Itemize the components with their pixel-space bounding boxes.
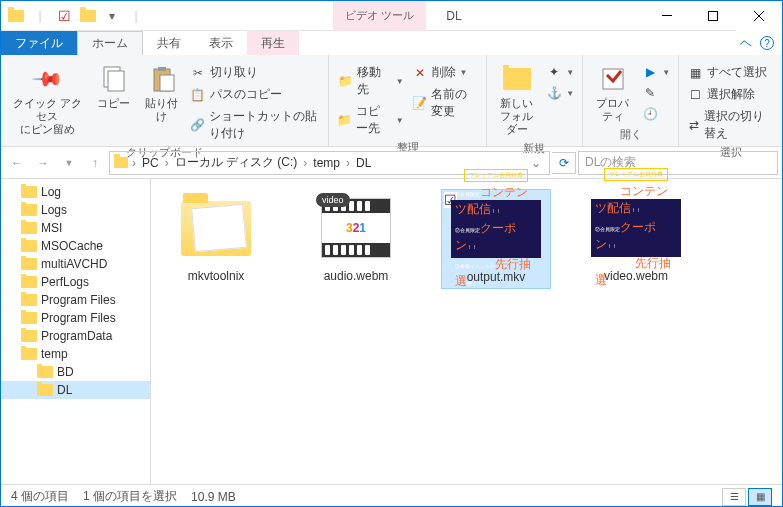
chevron-right-icon[interactable]: › xyxy=(163,156,171,170)
newitem-button[interactable]: ✦▼ xyxy=(544,63,576,81)
ribbon-group-clipboard: 📌 クイック アクセス にピン留め コピー 貼り付け ✂切り取り 📋パスのコピー… xyxy=(1,55,329,146)
help-icon[interactable]: ? xyxy=(760,36,774,50)
history-icon: 🕘 xyxy=(642,106,658,122)
tree-item[interactable]: temp xyxy=(1,345,150,363)
tree-item[interactable]: multiAVCHD xyxy=(1,255,150,273)
folder-icon xyxy=(21,348,37,360)
copypath-button[interactable]: 📋パスのコピー xyxy=(188,85,322,104)
breadcrumb-item[interactable]: ローカル ディスク (C:) xyxy=(173,154,300,171)
properties-button[interactable]: プロパティ xyxy=(589,61,636,125)
view-details-button[interactable]: ☰ xyxy=(722,488,746,506)
selectnone-icon: ☐ xyxy=(687,87,703,103)
copyto-icon: 📁 xyxy=(337,112,352,128)
folder-icon xyxy=(21,204,37,216)
file-item[interactable]: video321audio.webm xyxy=(301,189,411,287)
edit-button[interactable]: ✎ xyxy=(640,84,672,102)
qat-check-icon[interactable]: ☑ xyxy=(53,5,75,27)
tree-item[interactable]: BD xyxy=(1,363,150,381)
tab-play[interactable]: 再生 xyxy=(247,31,299,55)
folder-icon xyxy=(37,366,53,378)
file-list[interactable]: mkvtoolnixvideo321audio.webmプレミアム会員特典①会員… xyxy=(151,179,782,484)
window-title: DL xyxy=(446,9,461,23)
breadcrumb-item[interactable]: DL xyxy=(354,156,373,170)
moveto-button[interactable]: 📁移動先 ▼ xyxy=(335,63,405,99)
tree-item[interactable]: Log xyxy=(1,183,150,201)
rename-button[interactable]: 📝名前の変更 xyxy=(410,85,480,121)
nav-back-button[interactable]: ← xyxy=(5,151,29,175)
copyto-button[interactable]: 📁コピー先 ▼ xyxy=(335,102,405,138)
ribbon-group-new: 新しい フォルダー ✦▼ ⚓▼ 新規 xyxy=(487,55,583,146)
ribbon-collapse-icon[interactable]: ヘ xyxy=(740,35,752,52)
qat-folder2-icon[interactable] xyxy=(77,5,99,27)
scissors-icon: ✂ xyxy=(190,65,206,81)
tab-file[interactable]: ファイル xyxy=(1,31,77,55)
history-button[interactable]: 🕘 xyxy=(640,105,672,123)
titlebar: | ☑ ▾ | ビデオ ツール DL xyxy=(1,1,782,31)
tree-item[interactable]: ProgramData xyxy=(1,327,150,345)
ribbon: 📌 クイック アクセス にピン留め コピー 貼り付け ✂切り取り 📋パスのコピー… xyxy=(1,55,782,147)
folder-icon xyxy=(21,222,37,234)
minimize-button[interactable] xyxy=(644,1,690,31)
nav-forward-button[interactable]: → xyxy=(31,151,55,175)
file-item[interactable]: プレミアム会員特典①会員限定コンテンツ配信！！②会員限定クーポン！！③各種イベン… xyxy=(581,189,691,287)
tree-item[interactable]: MSI xyxy=(1,219,150,237)
invertselect-button[interactable]: ⇄選択の切り替え xyxy=(685,107,776,143)
tree-item[interactable]: DL xyxy=(1,381,150,399)
tab-view[interactable]: 表示 xyxy=(195,31,247,55)
selectnone-button[interactable]: ☐選択解除 xyxy=(685,85,776,104)
cut-button[interactable]: ✂切り取り xyxy=(188,63,322,82)
tab-home[interactable]: ホーム xyxy=(77,31,143,55)
svg-rect-0 xyxy=(662,15,672,16)
delete-button[interactable]: ✕削除 ▼ xyxy=(410,63,480,82)
newfolder-button[interactable]: 新しい フォルダー xyxy=(493,61,540,139)
chevron-down-icon: ▼ xyxy=(396,77,404,86)
tab-share[interactable]: 共有 xyxy=(143,31,195,55)
pin-quickaccess-button[interactable]: 📌 クイック アクセス にピン留め xyxy=(7,61,88,139)
chevron-right-icon[interactable]: › xyxy=(301,156,309,170)
easyaccess-icon: ⚓ xyxy=(546,85,562,101)
svg-rect-7 xyxy=(158,67,166,71)
breadcrumb-item[interactable]: temp xyxy=(311,156,342,170)
file-name: audio.webm xyxy=(324,269,389,283)
file-item[interactable]: mkvtoolnix xyxy=(161,189,271,287)
main-area: LogLogsMSIMSOCachemultiAVCHDPerfLogsProg… xyxy=(1,179,782,484)
paste-shortcut-button[interactable]: 🔗ショートカットの貼り付け xyxy=(188,107,322,143)
chevron-right-icon[interactable]: › xyxy=(344,156,352,170)
open-icon: ▶ xyxy=(642,64,658,80)
qat-folder-icon[interactable] xyxy=(5,5,27,27)
maximize-button[interactable] xyxy=(690,1,736,31)
paste-icon xyxy=(146,63,178,95)
view-icons-button[interactable]: ▦ xyxy=(748,488,772,506)
tree-item[interactable]: Program Files xyxy=(1,291,150,309)
qat-overflow-icon[interactable]: ▾ xyxy=(101,5,123,27)
qat-divider: | xyxy=(29,5,51,27)
nav-tree[interactable]: LogLogsMSIMSOCachemultiAVCHDPerfLogsProg… xyxy=(1,179,151,484)
contextual-tab-label: ビデオ ツール xyxy=(333,1,426,31)
breadcrumb-item[interactable]: PC xyxy=(140,156,161,170)
copy-icon xyxy=(98,63,130,95)
selectall-button[interactable]: ▦すべて選択 xyxy=(685,63,776,82)
easyaccess-button[interactable]: ⚓▼ xyxy=(544,84,576,102)
refresh-button[interactable]: ⟳ xyxy=(552,152,576,174)
breadcrumb-dropdown-icon[interactable]: ⌄ xyxy=(531,156,545,170)
chevron-down-icon: ▼ xyxy=(460,68,468,77)
ribbon-group-open: プロパティ ▶▼ ✎ 🕘 開く xyxy=(583,55,679,146)
copy-button[interactable]: コピー xyxy=(92,61,136,112)
open-button[interactable]: ▶▼ xyxy=(640,63,672,81)
nav-recent-button[interactable]: ▼ xyxy=(57,151,81,175)
rename-icon: 📝 xyxy=(412,95,427,111)
folder-icon xyxy=(21,240,37,252)
newfolder-icon xyxy=(501,63,533,95)
ribbon-group-select: ▦すべて選択 ☐選択解除 ⇄選択の切り替え 選択 xyxy=(679,55,782,146)
tree-item[interactable]: MSOCache xyxy=(1,237,150,255)
nav-up-button[interactable]: ↑ xyxy=(83,151,107,175)
file-item[interactable]: プレミアム会員特典①会員限定コンテンツ配信！！②会員限定クーポン！！③各種イベン… xyxy=(441,189,551,289)
tree-item[interactable]: PerfLogs xyxy=(1,273,150,291)
folder-icon xyxy=(37,384,53,396)
paste-button[interactable]: 貼り付け xyxy=(140,61,184,125)
close-button[interactable] xyxy=(736,1,782,31)
tree-item[interactable]: Logs xyxy=(1,201,150,219)
chevron-right-icon[interactable]: › xyxy=(130,156,138,170)
status-count: 4 個の項目 xyxy=(11,488,69,505)
tree-item[interactable]: Program Files xyxy=(1,309,150,327)
